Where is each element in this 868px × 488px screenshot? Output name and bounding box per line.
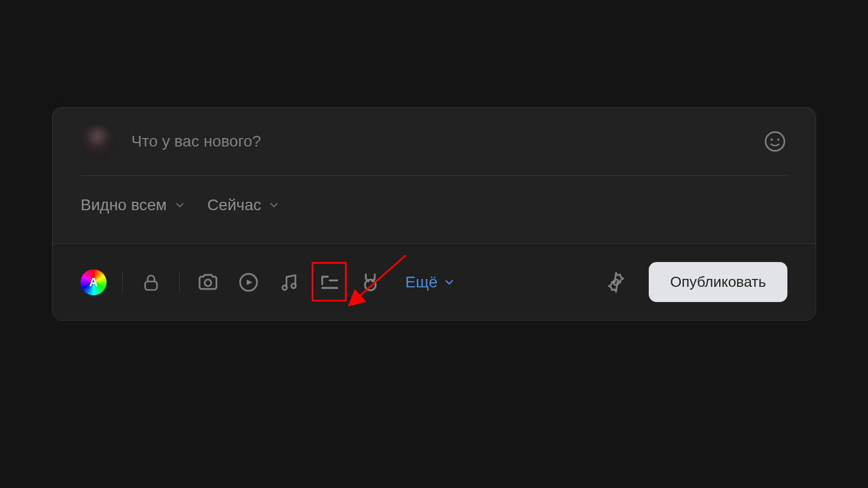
- publish-button[interactable]: Опубликовать: [649, 262, 787, 302]
- color-letter: A: [89, 275, 98, 290]
- more-label: Ещё: [405, 273, 437, 291]
- svg-point-7: [291, 283, 296, 288]
- chevron-down-icon: [174, 199, 186, 211]
- composer-top-section: Видно всем Сейчас: [52, 108, 816, 243]
- color-background-button[interactable]: A: [81, 269, 107, 295]
- timing-dropdown[interactable]: Сейчас: [207, 196, 281, 214]
- more-button[interactable]: Ещё: [405, 273, 455, 291]
- gear-icon[interactable]: [604, 270, 628, 295]
- toolbar-right: Опубликовать: [604, 262, 787, 302]
- clips-icon[interactable]: [358, 270, 383, 295]
- timing-label: Сейчас: [207, 196, 262, 214]
- user-avatar[interactable]: [81, 125, 114, 158]
- svg-point-8: [365, 280, 376, 290]
- svg-point-4: [205, 280, 211, 286]
- composer-toolbar: A: [52, 243, 816, 320]
- article-icon[interactable]: [317, 270, 342, 295]
- svg-point-2: [777, 139, 780, 141]
- visibility-dropdown[interactable]: Видно всем: [81, 196, 186, 214]
- svg-rect-3: [145, 281, 157, 290]
- vertical-divider: [179, 271, 180, 294]
- toolbar-left: A: [81, 269, 455, 295]
- lock-icon[interactable]: [139, 270, 163, 295]
- vertical-divider: [122, 271, 123, 294]
- svg-point-0: [765, 132, 784, 150]
- post-composer: Видно всем Сейчас A: [52, 107, 816, 321]
- chevron-down-icon: [443, 276, 455, 289]
- emoji-icon[interactable]: [763, 129, 787, 154]
- input-row: [81, 125, 787, 158]
- svg-point-6: [282, 285, 287, 290]
- options-row: Видно всем Сейчас: [81, 176, 787, 232]
- video-icon[interactable]: [236, 270, 261, 295]
- music-icon[interactable]: [277, 270, 302, 295]
- chevron-down-icon: [268, 199, 280, 211]
- visibility-label: Видно всем: [81, 196, 167, 214]
- camera-icon[interactable]: [196, 270, 220, 295]
- post-text-input[interactable]: [131, 132, 746, 150]
- svg-point-1: [770, 139, 773, 141]
